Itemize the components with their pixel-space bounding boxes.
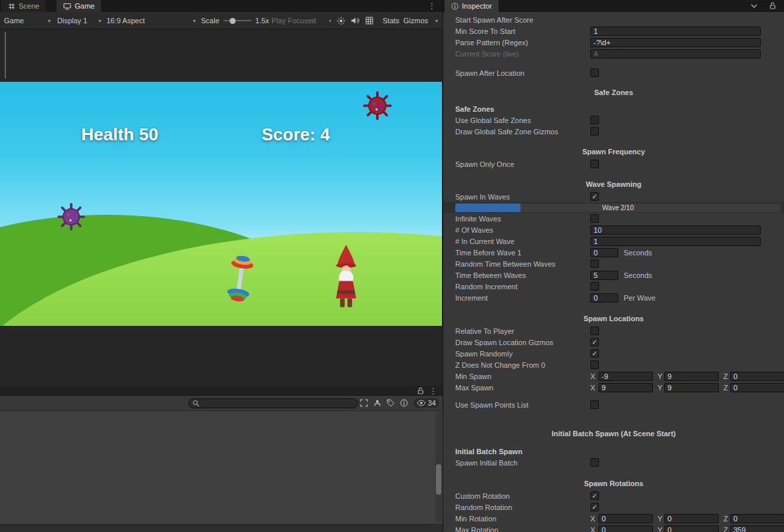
section-header-wave-spawning: Wave Spawning bbox=[443, 180, 784, 188]
inspector-row: Increment0Per Wave bbox=[443, 292, 784, 303]
score-label: Score: 4 bbox=[262, 124, 330, 145]
field-max-rotation-z[interactable]: 359 bbox=[730, 525, 784, 532]
scale-slider[interactable] bbox=[224, 20, 252, 21]
field-max-rotation-y[interactable]: 0 bbox=[664, 525, 719, 532]
field-max-spawn-y[interactable]: 9 bbox=[664, 383, 719, 392]
vertical-scrollbar[interactable] bbox=[435, 412, 442, 523]
field-min-score-to-start[interactable]: 1 bbox=[590, 27, 761, 36]
inspector-row: Spawn Only Once bbox=[443, 158, 784, 170]
field-max-rotation-x[interactable]: 0 bbox=[598, 525, 653, 532]
dropdown-label: Display 1 bbox=[57, 17, 87, 25]
tab-inspector[interactable]: Inspector bbox=[445, 0, 498, 12]
field-of-waves[interactable]: 10 bbox=[590, 225, 761, 235]
field-label-draw-global-safe-zone-gizmos: Draw Global Safe Zone Gizmos bbox=[455, 128, 558, 136]
horizontal-scrollbar[interactable] bbox=[0, 524, 443, 532]
field-max-spawn-x[interactable]: 9 bbox=[598, 383, 653, 392]
field-min-spawn-x[interactable]: -9 bbox=[598, 372, 653, 381]
inspector-row: Draw Global Safe Zone Gizmos bbox=[443, 126, 784, 137]
field-max-spawn-z[interactable]: 0 bbox=[730, 383, 784, 392]
bottom-panel-header: ⋮ bbox=[0, 386, 443, 396]
checkbox-draw-global-safe-zone-gizmos[interactable] bbox=[590, 127, 599, 136]
visibility-counter[interactable]: 34 bbox=[413, 398, 439, 408]
field-min-rotation-y[interactable]: 0 bbox=[664, 514, 719, 523]
checkbox-custom-rotation[interactable]: ✓ bbox=[590, 491, 599, 500]
person-icon[interactable] bbox=[373, 399, 381, 407]
play-focused-dropdown[interactable]: Play Focused ▾ bbox=[272, 12, 331, 29]
checkbox-spawn-in-waves[interactable]: ✓ bbox=[590, 192, 599, 201]
dropdown-label: 16:9 Aspect bbox=[106, 17, 145, 25]
flare-icon[interactable] bbox=[337, 12, 345, 29]
inspector-row: Use Global Safe Zones bbox=[443, 114, 784, 126]
field-min-rotation-x[interactable]: 0 bbox=[598, 514, 653, 523]
field-min-spawn-y[interactable]: 9 bbox=[664, 372, 719, 381]
axis-label-x: X bbox=[590, 515, 595, 523]
field-increment[interactable]: 0 bbox=[590, 293, 618, 303]
search-box[interactable] bbox=[188, 398, 358, 408]
scrollbar-thumb[interactable] bbox=[5, 32, 6, 78]
field-time-before-wave-1[interactable]: 0 bbox=[590, 248, 618, 257]
field-min-rotation-z[interactable]: 0 bbox=[730, 514, 784, 523]
checkbox-use-global-safe-zones[interactable] bbox=[590, 116, 599, 124]
checkbox-infinite-waves[interactable] bbox=[590, 214, 599, 223]
inspector-row: Spawn In Waves✓ bbox=[443, 191, 784, 202]
eye-icon bbox=[417, 400, 426, 406]
checkbox-random-time-between-waves[interactable] bbox=[590, 259, 599, 268]
gizmos-dropdown[interactable]: Gizmos ▾ bbox=[403, 12, 438, 29]
checkbox-draw-spawn-location-gizmos[interactable]: ✓ bbox=[590, 338, 599, 346]
scrollbar-thumb[interactable] bbox=[436, 464, 441, 495]
visible-count: 34 bbox=[428, 399, 436, 407]
field-label-time-between-waves: Time Between Waves bbox=[455, 271, 526, 279]
inspector-row: # Of Waves10 bbox=[443, 224, 784, 235]
checkbox-spawn-randomly[interactable]: ✓ bbox=[590, 349, 599, 358]
inspector-row: Infinite Waves bbox=[443, 213, 784, 224]
game-view-area: Health 50 Score: 4 bbox=[0, 29, 443, 386]
kebab-menu-icon[interactable]: ⋮ bbox=[429, 386, 437, 396]
checkbox-spawn-only-once[interactable] bbox=[590, 160, 599, 168]
chevron-down-icon[interactable] bbox=[751, 4, 757, 8]
inspector-tab-bar: Inspector bbox=[443, 0, 784, 12]
left-tab-bar: Scene Game ⋮ bbox=[0, 0, 443, 12]
field-label-infinite-waves: Infinite Waves bbox=[455, 215, 501, 223]
tab-game[interactable]: Game bbox=[57, 0, 101, 12]
slider-knob[interactable] bbox=[230, 18, 236, 24]
field-suffix: Seconds bbox=[624, 249, 652, 257]
lock-icon[interactable] bbox=[769, 2, 776, 9]
tag-icon[interactable] bbox=[387, 399, 395, 407]
lock-icon[interactable] bbox=[417, 387, 424, 394]
display-dropdown[interactable]: Display 1 ▾ bbox=[57, 12, 101, 29]
inspector-content: Start Spawn After ScoreMin Score To Star… bbox=[443, 12, 784, 532]
tab-scene[interactable]: Scene bbox=[1, 0, 46, 12]
chevron-down-icon: ▾ bbox=[435, 18, 438, 24]
inspector-icon bbox=[451, 3, 459, 10]
aspect-ratio-dropdown[interactable]: 16:9 Aspect ▾ bbox=[106, 12, 196, 29]
checkbox-use-spawn-points-list[interactable] bbox=[590, 400, 599, 409]
inspector-row: Max SpawnX9Y9Z0 bbox=[443, 382, 784, 393]
speaker-icon[interactable] bbox=[351, 12, 359, 29]
spacer bbox=[443, 59, 784, 67]
game-menu-dropdown[interactable]: Game ▾ bbox=[4, 12, 51, 29]
chevron-down-icon: ▾ bbox=[329, 18, 331, 24]
checkbox-spawn-initial-batch[interactable] bbox=[590, 458, 599, 467]
stats-button[interactable]: Stats bbox=[383, 12, 399, 29]
search-input[interactable] bbox=[202, 400, 354, 408]
field-time-between-waves[interactable]: 5 bbox=[590, 271, 618, 280]
field-parse-pattern-regex[interactable]: -?\d+ bbox=[590, 38, 761, 47]
game-icon bbox=[63, 3, 71, 10]
checkbox-random-rotation[interactable]: ✓ bbox=[590, 503, 599, 511]
frame-icon[interactable] bbox=[360, 399, 368, 407]
gnome-sprite bbox=[329, 245, 363, 309]
spacer bbox=[443, 170, 784, 178]
grid-icon[interactable] bbox=[365, 12, 373, 29]
checkbox-relative-to-player[interactable] bbox=[590, 327, 599, 335]
inspector-row: Time Before Wave 10Seconds bbox=[443, 247, 784, 258]
field-in-current-wave[interactable]: 1 bbox=[590, 237, 761, 246]
kebab-menu-icon[interactable]: ⋮ bbox=[428, 1, 436, 11]
checkbox-spawn-after-location[interactable] bbox=[590, 68, 599, 77]
checkbox-random-increment[interactable] bbox=[590, 282, 599, 291]
field-label-use-global-safe-zones: Use Global Safe Zones bbox=[455, 116, 531, 124]
info-icon[interactable] bbox=[400, 399, 408, 407]
field-min-spawn-z[interactable]: 0 bbox=[730, 372, 784, 381]
inspector-row: # In Current Wave1 bbox=[443, 235, 784, 247]
game-viewport[interactable]: Health 50 Score: 4 bbox=[0, 82, 442, 326]
checkbox-z-does-not-change-from-0[interactable] bbox=[590, 360, 599, 369]
